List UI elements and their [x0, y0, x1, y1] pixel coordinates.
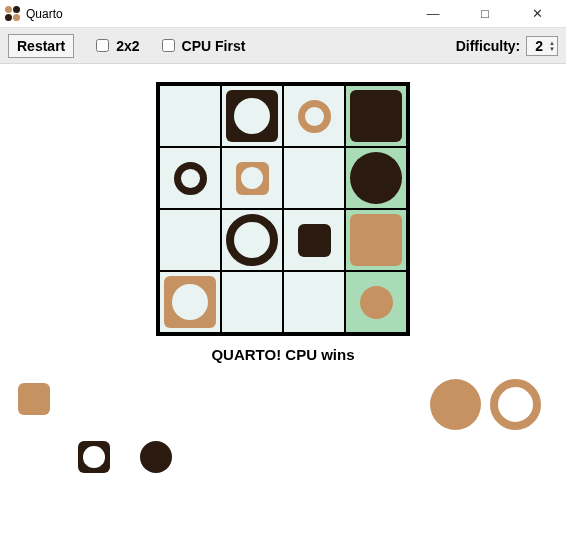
game-piece: [490, 379, 541, 430]
board-cell[interactable]: [221, 209, 283, 271]
tray-piece[interactable]: [78, 441, 110, 473]
game-piece: [350, 90, 403, 143]
tray-piece[interactable]: [140, 441, 172, 473]
game-piece: [350, 214, 403, 267]
board-cell[interactable]: [221, 271, 283, 333]
game-piece: [350, 152, 403, 205]
board-cell[interactable]: [159, 209, 221, 271]
board-cell[interactable]: [283, 85, 345, 147]
difficulty-label: Difficulty:: [456, 38, 521, 54]
board-cell[interactable]: [283, 209, 345, 271]
game-piece: [140, 441, 172, 473]
tray-piece[interactable]: [490, 379, 541, 430]
game-piece: [360, 286, 393, 319]
board-cell[interactable]: [221, 147, 283, 209]
tray-piece[interactable]: [430, 379, 481, 430]
cpu-first-option[interactable]: CPU First: [158, 36, 246, 55]
restart-button[interactable]: Restart: [8, 34, 74, 58]
game-board: [156, 82, 410, 336]
game-piece: [226, 214, 279, 267]
cpu-first-label: CPU First: [182, 38, 246, 54]
game-piece: [226, 90, 279, 143]
game-area: QUARTO! CPU wins: [0, 64, 566, 363]
difficulty-spinner[interactable]: 2 ▲▼: [526, 36, 558, 56]
maximize-button[interactable]: □: [468, 6, 502, 21]
status-text: QUARTO! CPU wins: [211, 346, 354, 363]
toolbar: Restart 2x2 CPU First Difficulty: 2 ▲▼: [0, 28, 566, 64]
piece-tray: [0, 373, 566, 503]
board-cell[interactable]: [345, 85, 407, 147]
window-title: Quarto: [26, 7, 63, 21]
mode-2x2-checkbox[interactable]: [96, 39, 109, 52]
board-cell[interactable]: [159, 85, 221, 147]
board-cell[interactable]: [345, 271, 407, 333]
game-piece: [164, 276, 217, 329]
difficulty-value: 2: [535, 38, 543, 54]
mode-2x2-option[interactable]: 2x2: [92, 36, 139, 55]
cpu-first-checkbox[interactable]: [162, 39, 175, 52]
app-icon: [4, 6, 20, 22]
game-piece: [236, 162, 269, 195]
game-piece: [18, 383, 50, 415]
spinner-arrows-icon[interactable]: ▲▼: [549, 40, 555, 52]
game-piece: [298, 100, 331, 133]
titlebar: Quarto — □ ✕: [0, 0, 566, 28]
board-cell[interactable]: [345, 209, 407, 271]
board-cell[interactable]: [283, 271, 345, 333]
board-cell[interactable]: [159, 271, 221, 333]
board-cell[interactable]: [221, 85, 283, 147]
game-piece: [430, 379, 481, 430]
board-cell[interactable]: [159, 147, 221, 209]
tray-piece[interactable]: [18, 383, 50, 415]
board-cell[interactable]: [283, 147, 345, 209]
minimize-button[interactable]: —: [416, 6, 450, 21]
game-piece: [78, 441, 110, 473]
board-cell[interactable]: [345, 147, 407, 209]
game-piece: [174, 162, 207, 195]
mode-2x2-label: 2x2: [116, 38, 139, 54]
game-piece: [298, 224, 331, 257]
close-button[interactable]: ✕: [520, 6, 554, 21]
